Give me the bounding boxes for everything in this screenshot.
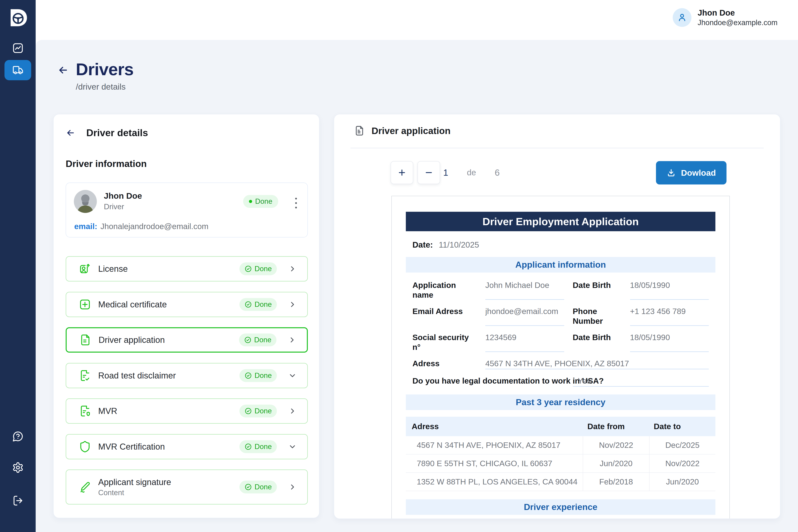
- status-badge: Done: [239, 334, 277, 346]
- date-value: 11/10/2025: [439, 240, 479, 249]
- driver-status-badge: Done: [243, 195, 278, 208]
- topbar-user-name: Jhon Doe: [698, 8, 778, 18]
- table-row: 1352 W 88TH PL, LOS ANGELES, CA 90044 Fe…: [406, 473, 716, 491]
- chevron-right-icon[interactable]: [288, 483, 296, 491]
- viewer-title: Driver application: [372, 126, 451, 136]
- topbar-user[interactable]: Jhon Doe Jhondoe@example.com: [673, 8, 778, 27]
- current-page[interactable]: 1: [443, 167, 448, 178]
- driver-email: Jhonalejandrodoe@email.com: [100, 222, 208, 231]
- sidebar-item-settings[interactable]: [4, 457, 31, 478]
- driver-details-panel: Driver details Driver information Jhon D…: [53, 114, 320, 518]
- field-value: 18/05/1990: [630, 280, 709, 300]
- back-arrow-icon[interactable]: [57, 64, 69, 76]
- help-chat-icon: [12, 431, 24, 442]
- check-circle-icon: [245, 483, 252, 491]
- signature-pen-icon: [79, 481, 91, 493]
- divider: [350, 148, 764, 148]
- sidebar-item-dashboard[interactable]: [4, 38, 31, 58]
- driver-info-card: Jhon Doe Driver Done email: Jhonalejandr…: [66, 183, 308, 238]
- status-badge: Done: [240, 298, 277, 311]
- medical-cross-icon: [79, 298, 91, 311]
- field-label: Date Birth: [573, 332, 622, 352]
- field-value: 4567 N 34TH AVE, PHOENIX, AZ 85017: [485, 359, 709, 369]
- breadcrumb: /driver details: [76, 82, 133, 92]
- chart-icon: [12, 42, 24, 54]
- residency-table: Adress Date from Date to 4567 N 34TH AVE…: [406, 417, 716, 491]
- checklist-item-applicant-signature[interactable]: Applicant signature Content Done: [66, 470, 308, 505]
- sidebar-item-drivers[interactable]: [4, 60, 31, 80]
- status-dot-icon: [249, 200, 252, 203]
- download-button[interactable]: Dowload: [656, 161, 726, 185]
- content-area: Drivers /driver details Driver details D…: [36, 40, 798, 532]
- chevron-right-icon[interactable]: [288, 336, 296, 344]
- field-label: Social security n°: [413, 332, 477, 352]
- field-label: Email Adress: [413, 306, 477, 326]
- chevron-down-icon[interactable]: [288, 443, 296, 451]
- document-icon: [354, 125, 365, 136]
- section-title: Driver information: [66, 158, 147, 169]
- app-logo-icon: [8, 8, 28, 27]
- zoom-out-button[interactable]: [418, 161, 440, 184]
- field-value: Yes: [573, 376, 709, 387]
- driver-name: Jhon Doe: [104, 191, 142, 201]
- sidebar-item-logout[interactable]: [4, 491, 31, 511]
- panel-back-arrow-icon[interactable]: [66, 128, 75, 138]
- section-experience: Driver experience: [406, 499, 716, 515]
- sidebar-item-help[interactable]: [4, 426, 31, 446]
- checklist-item-mvr-certification[interactable]: MVR Certification Done: [66, 434, 308, 459]
- chevron-right-icon[interactable]: [288, 265, 296, 273]
- shield-icon: [79, 440, 91, 453]
- download-icon: [666, 168, 676, 177]
- status-badge: Done: [240, 369, 277, 382]
- chevron-right-icon[interactable]: [288, 407, 296, 415]
- page-separator: de: [467, 168, 476, 177]
- driver-application-panel: Driver application 1 de 6 Dowload: [334, 114, 780, 519]
- panel-title: Driver details: [86, 127, 148, 138]
- table-row: 7890 E 55TH ST, CHICAGO, IL 60637 Jun/20…: [406, 454, 716, 473]
- checklist-item-medical-certificate[interactable]: Medical certificate Done: [66, 292, 308, 317]
- checklist-item-road-test-disclaimer[interactable]: Road test disclaimer Done: [66, 363, 308, 388]
- table-row: 4567 N 34TH AVE, PHOENIX, AZ 85017 Nov/2…: [406, 436, 716, 454]
- sidebar: [0, 0, 36, 532]
- logout-icon: [12, 495, 24, 507]
- checklist-item-mvr[interactable]: MVR Done: [66, 398, 308, 424]
- check-circle-icon: [245, 301, 252, 308]
- field-value: John Michael Doe: [485, 280, 564, 300]
- plus-icon: [397, 168, 406, 177]
- license-icon: [79, 263, 91, 275]
- date-label: Date:: [413, 240, 433, 249]
- chevron-down-icon[interactable]: [288, 372, 296, 379]
- driver-role: Driver: [104, 203, 124, 211]
- checklist-item-driver-application[interactable]: Driver application Done: [66, 327, 308, 353]
- zoom-in-button[interactable]: [391, 161, 413, 184]
- more-options-button[interactable]: [293, 196, 299, 210]
- file-shield-icon: [79, 405, 91, 417]
- field-label: Adress: [413, 359, 477, 369]
- person-icon: [677, 12, 687, 23]
- table-header-row: Adress Date from Date to: [406, 417, 716, 436]
- driver-photo: [74, 190, 97, 213]
- total-pages: 6: [495, 167, 500, 178]
- field-value: 1234569: [485, 332, 564, 352]
- section-residency: Past 3 year residency: [406, 395, 716, 410]
- status-badge: Done: [240, 440, 277, 453]
- checklist-item-license[interactable]: License Done: [66, 256, 308, 282]
- check-circle-icon: [245, 443, 252, 450]
- topbar-user-email: Jhondoe@example.com: [698, 18, 778, 27]
- page-title: Drivers: [76, 59, 133, 79]
- check-circle-icon: [245, 372, 252, 379]
- chevron-right-icon[interactable]: [288, 301, 296, 308]
- field-label: Phone Number: [573, 306, 622, 326]
- minus-icon: [424, 168, 433, 177]
- status-badge: Done: [240, 480, 277, 493]
- applicant-fields: Application name John Michael Doe Date B…: [413, 280, 709, 387]
- document-page: Driver Employment Application Date: 11/1…: [392, 196, 730, 519]
- check-circle-icon: [245, 265, 252, 272]
- status-badge: Done: [240, 262, 277, 275]
- status-badge: Done: [240, 405, 277, 417]
- field-label: Do you have legal documentation to work …: [413, 376, 564, 387]
- viewer-toolbar: 1 de 6 Dowload: [334, 161, 780, 185]
- field-value: 18/05/1990: [630, 332, 709, 352]
- file-text-icon: [79, 334, 92, 346]
- user-avatar: [673, 8, 691, 27]
